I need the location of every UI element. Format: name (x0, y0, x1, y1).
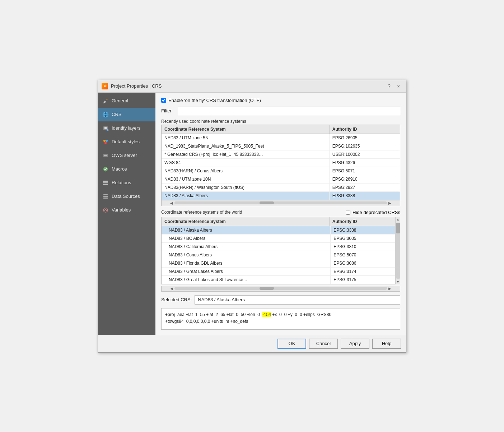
datasources-icon (102, 193, 109, 200)
sidebar-item-macros-label: Macros (112, 166, 127, 172)
sidebar-item-relations-label: Relations (112, 180, 131, 185)
sidebar: General CRS (98, 93, 155, 335)
crs-name: NAD83(HARN) / Washington South (ftUS) (162, 184, 330, 191)
sidebar-item-variables[interactable]: Variables (98, 203, 155, 217)
sidebar-item-crs[interactable]: CRS (98, 108, 155, 121)
identify-icon (102, 125, 109, 131)
scrollbar-track[interactable] (174, 201, 387, 204)
otf-checkbox[interactable] (161, 98, 166, 103)
styles-icon (102, 139, 109, 145)
table-row[interactable]: WGS 84 EPSG:4326 (162, 159, 400, 167)
svg-rect-12 (104, 155, 107, 156)
ok-button[interactable]: OK (277, 339, 306, 349)
crs-auth: EPSG:2927 (330, 184, 400, 191)
scroll-up-arrow[interactable]: ▲ (396, 217, 400, 222)
otf-checkbox-label[interactable]: Enable 'on the fly' CRS transformation (… (168, 98, 261, 103)
crs-auth: EPSG:3005 (331, 234, 400, 242)
svg-rect-16 (103, 184, 108, 185)
table-row[interactable]: NAD83 / Alaska Albers EPSG:3338 (162, 192, 400, 200)
sidebar-item-default-styles-label: Default styles (112, 139, 140, 144)
recently-used-section: Recently used coordinate reference syste… (161, 119, 400, 206)
crs-name: NAD83 / Alaska Albers (162, 192, 330, 200)
hide-deprecated-row: Hide deprecated CRSs (346, 210, 400, 215)
crs-name: NAD83 / Florida GDL Albers (162, 259, 331, 267)
sidebar-item-crs-label: CRS (112, 112, 121, 117)
table-row[interactable]: NAD_1983_StatePlane_Alaska_5_FIPS_5005_F… (162, 142, 400, 150)
sidebar-item-variables-label: Variables (112, 207, 131, 213)
sidebar-item-identify-layers-label: Identify layers (112, 125, 140, 131)
close-button[interactable]: × (395, 82, 402, 90)
scroll-down-arrow[interactable]: ▼ (396, 279, 400, 284)
help-dialog-button[interactable]: Help (372, 339, 401, 349)
table-row[interactable]: NAD83 / BC Albers EPSG:3005 (162, 234, 400, 243)
svg-rect-19 (103, 198, 108, 199)
table-row[interactable]: * Generated CRS (+proj=lcc +lat_1=45.833… (162, 150, 400, 159)
table-row[interactable]: NAD83(HARN) / Washington South (ftUS) EP… (162, 184, 400, 192)
crs-auth: EPSG:26910 (330, 175, 400, 183)
cancel-button[interactable]: Cancel (309, 339, 338, 349)
recently-used-table: Coordinate Reference System Authority ID… (161, 125, 400, 200)
world-scrollbar-thumb[interactable] (260, 287, 274, 290)
crs-name: WGS 84 (162, 159, 330, 167)
selected-crs-row: Selected CRS: NAD83 / Alaska Albers (161, 295, 400, 305)
table-row[interactable]: NAD83 / Alaska Albers EPSG:3338 (162, 226, 400, 234)
sidebar-item-macros[interactable]: Macros (98, 162, 155, 176)
app-icon: ⚙ (102, 83, 108, 89)
variables-icon (102, 207, 109, 213)
proj-string-line2: +towgs84=0,0,0,0,0,0,0 +units=m +no_defs (165, 319, 248, 324)
world-scrollbar-track[interactable] (174, 287, 387, 290)
sidebar-item-default-styles[interactable]: Default styles (98, 135, 155, 149)
main-panel: Enable 'on the fly' CRS transformation (… (155, 93, 406, 335)
crs-auth: EPSG:5071 (330, 167, 400, 175)
world-col-auth: Authority ID (330, 217, 400, 226)
hide-deprecated-label[interactable]: Hide deprecated CRSs (353, 210, 400, 215)
sidebar-item-relations[interactable]: Relations (98, 176, 155, 190)
proj-string-highlight: -154 (262, 312, 271, 317)
recently-used-scrollbar[interactable]: ◀ ▶ (161, 200, 400, 206)
crs-auth: EPSG:5070 (331, 251, 400, 259)
crs-name: NAD83 / Great Lakes and St Lawrence … (162, 276, 331, 284)
ows-icon (102, 152, 109, 159)
world-scroll-left-arrow[interactable]: ◀ (169, 287, 174, 291)
table-row[interactable]: NAD83 / UTM zone 5N EPSG:26905 (162, 134, 400, 142)
sidebar-item-general[interactable]: General (98, 94, 155, 108)
world-scrollbar-h[interactable]: ◀ ▶ (161, 286, 400, 292)
titlebar-controls: ? × (385, 82, 402, 90)
sidebar-item-ows-server[interactable]: OWS server (98, 149, 155, 162)
scroll-right-arrow[interactable]: ▶ (387, 201, 393, 205)
world-scroll-right-arrow[interactable]: ▶ (387, 287, 393, 291)
crs-name: * Generated CRS (+proj=lcc +lat_1=45.833… (162, 150, 330, 158)
crs-name: NAD83 / Alaska Albers (162, 226, 331, 234)
crs-auth: USER:100002 (330, 150, 400, 158)
table-row[interactable]: NAD83 / Great Lakes and St Lawrence … EP… (162, 276, 400, 284)
proj-string-box: +proj=aea +lat_1=55 +lat_2=65 +lat_0=50 … (161, 308, 400, 330)
filter-input[interactable] (178, 107, 400, 115)
recently-used-col-name: Coordinate Reference System (162, 125, 330, 134)
wrench-icon (102, 98, 109, 104)
filter-label: Filter (161, 108, 175, 113)
scrollbar-thumb[interactable] (260, 201, 274, 204)
sidebar-item-identify-layers[interactable]: Identify layers (98, 121, 155, 135)
svg-point-8 (103, 140, 106, 142)
scroll-thumb[interactable] (396, 223, 400, 233)
crs-auth: EPSG:4326 (330, 159, 400, 167)
crs-name: NAD83 / UTM zone 5N (162, 134, 330, 142)
scroll-left-arrow[interactable]: ◀ (169, 201, 174, 205)
table-row[interactable]: NAD83 / UTM zone 10N EPSG:26910 (162, 175, 400, 184)
svg-point-10 (104, 142, 107, 144)
table-row[interactable]: NAD83 / California Albers EPSG:3310 (162, 243, 400, 251)
apply-button[interactable]: Apply (341, 339, 369, 349)
crs-auth: EPSG:3174 (331, 268, 400, 275)
world-table: Coordinate Reference System Authority ID… (161, 217, 400, 284)
project-properties-window: ⚙ Project Properties | CRS ? × General (98, 80, 406, 353)
sidebar-item-data-sources[interactable]: Data Sources (98, 190, 155, 203)
table-row[interactable]: NAD83(HARN) / Conus Albers EPSG:5071 (162, 167, 400, 175)
scroll-track[interactable] (396, 223, 400, 279)
table-row[interactable]: NAD83 / Florida GDL Albers EPSG:3086 (162, 259, 400, 268)
table-row[interactable]: NAD83 / Great Lakes Albers EPSG:3174 (162, 268, 400, 276)
table-row[interactable]: NAD83 / Conus Albers EPSG:5070 (162, 251, 400, 259)
help-button[interactable]: ? (385, 82, 393, 90)
world-vertical-scrollbar[interactable]: ▲ ▼ (395, 217, 400, 284)
hide-deprecated-checkbox[interactable] (346, 210, 350, 215)
crs-name: NAD_1983_StatePlane_Alaska_5_FIPS_5005_F… (162, 142, 330, 150)
